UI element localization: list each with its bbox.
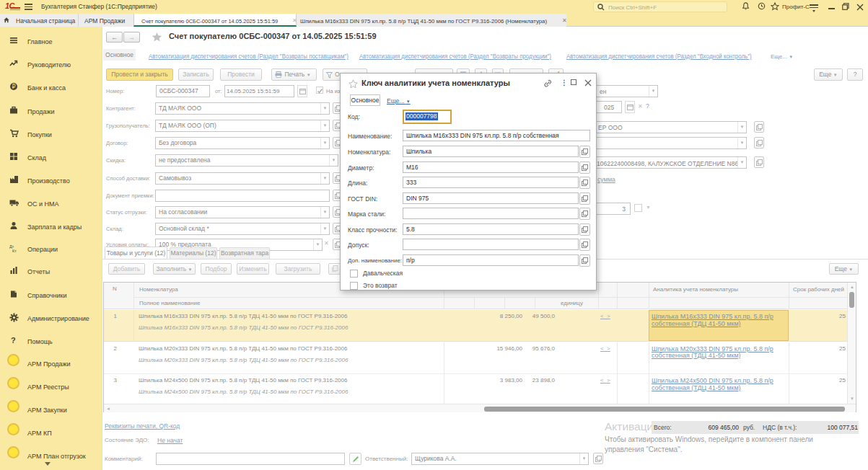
svg-text:₽: ₽ bbox=[12, 84, 15, 90]
svg-text:Кт: Кт bbox=[12, 249, 17, 253]
